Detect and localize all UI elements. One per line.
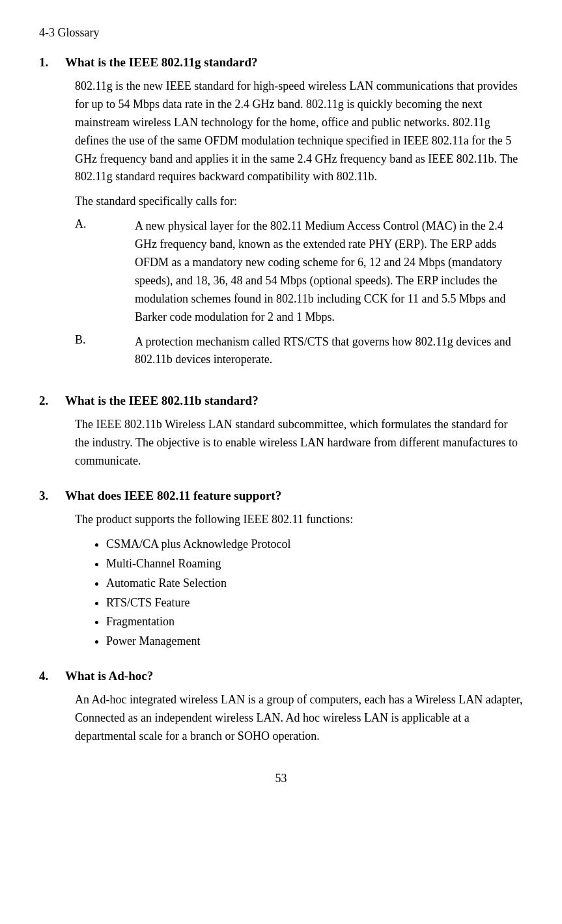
section-3-heading-row: 3.What does IEEE 802.11 feature support? (39, 489, 523, 507)
header-title: 4-3 Glossary (39, 26, 100, 39)
section-2-heading-row: 2.What is the IEEE 802.11b standard? (39, 394, 523, 412)
alpha-letter-2: B. (75, 333, 89, 347)
section-1: 1.What is the IEEE 802.11g standard?802.… (39, 55, 523, 375)
section-3-bullet-list: CSMA/CA plus Acknowledge ProtocolMulti-C… (88, 536, 523, 651)
section-4-heading: What is Ad-hoc? (65, 669, 153, 683)
section-4-para-1: An Ad-hoc integrated wireless LAN is a g… (75, 691, 523, 746)
section-2-heading: What is the IEEE 802.11b standard? (65, 394, 259, 408)
bullet-item-4: RTS/CTS Feature (106, 594, 523, 612)
section-4-heading-row: 4.What is Ad-hoc? (39, 669, 523, 687)
section-1-number: 1. (39, 55, 65, 70)
bullet-item-6: Power Management (106, 632, 523, 651)
section-1-alpha-1: A.A new physical layer for the 802.11 Me… (75, 217, 523, 333)
section-1-heading: What is the IEEE 802.11g standard? (65, 55, 258, 70)
section-4-number: 4. (39, 669, 65, 683)
alpha-text-2: A protection mechanism called RTS/CTS th… (135, 333, 523, 370)
section-3-body: The product supports the following IEEE … (75, 511, 523, 651)
section-1-alpha-2: B.A protection mechanism called RTS/CTS … (75, 333, 523, 376)
page-number: 53 (275, 772, 287, 785)
bullet-item-3: Automatic Rate Selection (106, 575, 523, 593)
section-2-para-1: The IEEE 802.11b Wireless LAN standard s… (75, 416, 523, 470)
bullet-item-1: CSMA/CA plus Acknowledge Protocol (106, 536, 523, 554)
section-1-body: 802.11g is the new IEEE standard for hig… (75, 77, 523, 375)
section-3: 3.What does IEEE 802.11 feature support?… (39, 489, 523, 651)
page-header: 4-3 Glossary (39, 26, 523, 40)
section-2-number: 2. (39, 394, 65, 408)
section-4: 4.What is Ad-hoc?An Ad-hoc integrated wi… (39, 669, 523, 746)
section-3-number: 3. (39, 489, 65, 503)
section-2-body: The IEEE 802.11b Wireless LAN standard s… (75, 416, 523, 470)
alpha-text-1: A new physical layer for the 802.11 Medi… (135, 217, 523, 326)
bullet-item-5: Fragmentation (106, 613, 523, 631)
section-1-para-2: The standard specifically calls for: (75, 193, 523, 211)
page-footer: 53 (39, 772, 523, 785)
section-1-heading-row: 1.What is the IEEE 802.11g standard? (39, 55, 523, 74)
alpha-letter-1: A. (75, 217, 89, 231)
section-3-heading: What does IEEE 802.11 feature support? (65, 489, 281, 503)
section-2: 2.What is the IEEE 802.11b standard?The … (39, 394, 523, 470)
section-3-para-1: The product supports the following IEEE … (75, 511, 523, 529)
bullet-item-2: Multi-Channel Roaming (106, 555, 523, 573)
section-1-para-1: 802.11g is the new IEEE standard for hig… (75, 77, 523, 186)
section-4-body: An Ad-hoc integrated wireless LAN is a g… (75, 691, 523, 746)
